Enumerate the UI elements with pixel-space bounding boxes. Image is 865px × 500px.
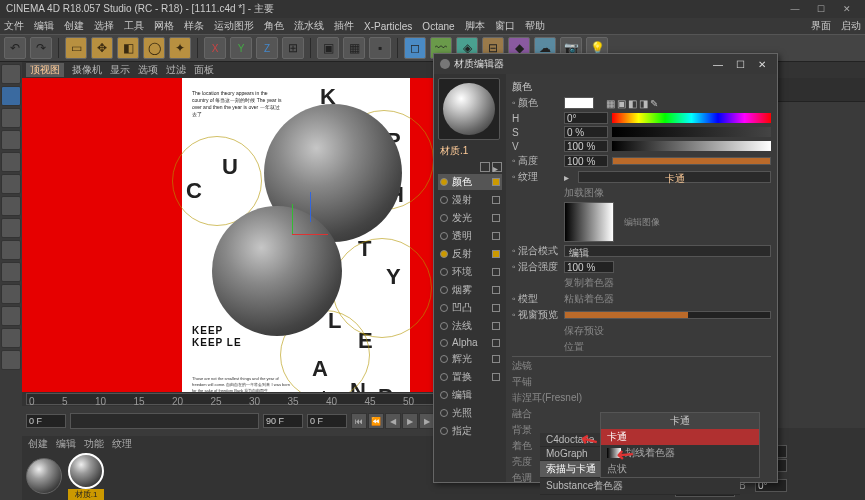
opt-hue[interactable]: 色调 [512,471,532,482]
channel-normal[interactable]: 法线 [452,319,472,333]
sat-slider[interactable] [612,127,771,137]
menu-spline[interactable]: 样条 [184,19,204,33]
sphere-2[interactable] [212,206,342,336]
menu-substance[interactable]: Substance着色器 [540,478,740,495]
channel-assignment[interactable]: 指定 [452,424,472,438]
poster-object[interactable]: The location theory appears in the count… [182,78,410,392]
opt-colorizer[interactable]: 着色 [512,439,532,453]
opt-fresnel[interactable]: 菲涅耳(Fresnel) [512,391,582,405]
menu-mesh[interactable]: 网格 [154,19,174,33]
opt-tiles[interactable]: 平铺 [512,375,532,389]
coord-system-icon[interactable]: ⊞ [282,37,304,59]
preview-arrow-icon[interactable]: ▸ [492,162,502,172]
channel-displacement[interactable]: 置换 [452,370,472,384]
channel-luminance[interactable]: 发光 [452,211,472,225]
last-tool-icon[interactable]: ✦ [169,37,191,59]
opt-copy-shader[interactable]: 复制着色器 [564,276,614,290]
frame-current-field[interactable]: 0 F [307,414,347,428]
menu-character[interactable]: 角色 [264,19,284,33]
mat-tab-create[interactable]: 创建 [28,437,48,451]
channel-illumination[interactable]: 光照 [452,406,472,420]
submenu-hatch[interactable]: 划线着色器 [601,445,759,461]
menu-octane[interactable]: Octane [422,21,454,32]
menu-select[interactable]: 选择 [94,19,114,33]
menu-tools[interactable]: 工具 [124,19,144,33]
opt-edit-image[interactable]: 编辑图像 [624,216,771,229]
eyedropper-icon[interactable]: ✎ [650,98,658,109]
frame-end-field[interactable]: 90 F [263,414,303,428]
axis-mode-icon[interactable] [1,218,21,238]
select-tool-icon[interactable]: ▭ [65,37,87,59]
goto-start-icon[interactable]: ⏮ [351,413,367,429]
opt-brightness[interactable]: 亮度 [512,455,532,469]
texture-mode-icon[interactable] [1,108,21,128]
workplane-icon2[interactable] [1,284,21,304]
prev-frame-icon[interactable]: ◀ [385,413,401,429]
mix-mode-dropdown[interactable]: 编辑 [564,245,771,257]
redo-icon[interactable]: ↷ [30,37,52,59]
cube-primitive-icon[interactable]: ◻ [404,37,426,59]
axis-x-icon[interactable]: X [204,37,226,59]
channel-glow[interactable]: 辉光 [452,352,472,366]
opt-fusion[interactable]: 融合 [512,407,532,421]
menu-script[interactable]: 脚本 [465,19,485,33]
rotate-tool-icon[interactable]: ◯ [143,37,165,59]
texture-thumbnail[interactable] [564,202,614,242]
menu-help[interactable]: 帮助 [525,19,545,33]
channel-bump[interactable]: 凹凸 [452,301,472,315]
picker-tool-icon3[interactable]: ◧ [628,98,637,109]
material-ball-selected[interactable] [68,453,104,489]
preview-slider[interactable] [564,311,771,319]
channel-diffuse[interactable]: 漫射 [452,193,472,207]
model-mode-icon[interactable] [1,86,21,106]
brightness-slider[interactable] [612,157,771,165]
texture-dropdown[interactable]: 卡通 [578,171,771,183]
channel-fog[interactable]: 烟雾 [452,283,472,297]
edge-mode-icon[interactable] [1,174,21,194]
opt-save-preset[interactable]: 保存预设 [564,324,604,338]
frame-start-field[interactable]: 0 F [26,414,66,428]
undo-icon[interactable]: ↶ [4,37,26,59]
material-preview[interactable] [438,78,500,140]
extra-tool-icon[interactable] [1,328,21,348]
submenu-cel[interactable]: 卡通 [601,429,759,445]
dialog-close[interactable]: ✕ [753,57,771,71]
menu-create[interactable]: 创建 [64,19,84,33]
menu-edit[interactable]: 编辑 [34,19,54,33]
play-icon[interactable]: ▶ [402,413,418,429]
channel-color[interactable]: 颜色 [452,175,472,189]
window-close[interactable]: ✕ [835,2,859,16]
hue-field[interactable]: 0° [564,112,608,124]
mat-tab-texture[interactable]: 纹理 [112,437,132,451]
material-name-field[interactable]: 材质.1 [438,142,502,160]
material-ball-1[interactable] [26,458,62,494]
val-slider[interactable] [612,141,771,151]
workplane-icon[interactable] [1,130,21,150]
picker-tool-icon[interactable]: ▦ [606,98,615,109]
axis-z-icon[interactable]: Z [256,37,278,59]
menu-mograph[interactable]: 运动图形 [214,19,254,33]
channel-environment[interactable]: 环境 [452,265,472,279]
timeline-range[interactable] [70,413,259,429]
render-region-icon[interactable]: ▦ [343,37,365,59]
viewport-tab-panel[interactable]: 面板 [194,63,214,77]
make-editable-icon[interactable] [1,64,21,84]
opt-position[interactable]: 位置 [564,340,584,354]
viewport-tab-camera[interactable]: 摄像机 [72,63,102,77]
render-view-icon[interactable]: ▣ [317,37,339,59]
chevron-right-icon[interactable]: ▸ [564,172,574,183]
val-field[interactable]: 100 % [564,140,608,152]
menu-start[interactable]: 启动 [841,19,861,33]
picker-tool-icon2[interactable]: ▣ [617,98,626,109]
color-swatch[interactable] [564,97,594,109]
dialog-maximize[interactable]: ☐ [731,57,749,71]
channel-editor[interactable]: 编辑 [452,388,472,402]
extra-tool-icon2[interactable] [1,350,21,370]
sat-field[interactable]: 0 % [564,126,608,138]
mix-strength-field[interactable]: 100 % [564,261,614,273]
point-mode-icon[interactable] [1,152,21,172]
mat-tab-edit[interactable]: 编辑 [56,437,76,451]
viewport-tab-display[interactable]: 显示 [110,63,130,77]
menu-layout[interactable]: 界面 [811,19,831,33]
opt-paste-shader[interactable]: 粘贴着色器 [564,292,614,306]
